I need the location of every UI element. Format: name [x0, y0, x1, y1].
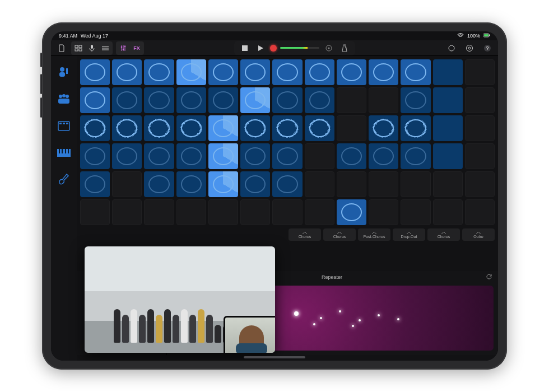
record-button[interactable]: [270, 45, 277, 52]
tracks-view-button[interactable]: [99, 43, 111, 54]
loop-cell[interactable]: [112, 87, 142, 113]
loop-cell[interactable]: [208, 143, 238, 169]
loop-cell[interactable]: [465, 171, 495, 197]
mixer-icon[interactable]: [117, 43, 129, 54]
vocal-track-icon[interactable]: [57, 66, 71, 78]
section-button[interactable]: Outro: [462, 228, 495, 241]
loop-cell[interactable]: [401, 199, 430, 225]
loop-browser-icon[interactable]: [445, 43, 458, 54]
loop-cell[interactable]: [80, 143, 110, 169]
loop-cell[interactable]: [433, 143, 463, 169]
loop-cell[interactable]: [80, 115, 110, 141]
document-icon[interactable]: [55, 43, 68, 54]
loop-cell[interactable]: [401, 143, 430, 169]
loop-cell[interactable]: [112, 115, 142, 141]
loop-cell[interactable]: [337, 87, 366, 113]
loop-cell[interactable]: [433, 171, 463, 197]
loop-cell[interactable]: [240, 171, 270, 197]
play-button[interactable]: [254, 43, 267, 54]
loop-cell[interactable]: [337, 115, 366, 141]
loop-cell[interactable]: [208, 59, 238, 85]
loop-cell[interactable]: [112, 59, 142, 85]
loop-cell[interactable]: [208, 87, 238, 113]
loop-cell[interactable]: [369, 171, 398, 197]
loop-cell[interactable]: [80, 59, 110, 85]
loop-cell[interactable]: [176, 143, 206, 169]
loop-cell[interactable]: [272, 199, 302, 225]
device-volume-up-button[interactable]: [40, 74, 42, 94]
loop-cell[interactable]: [176, 199, 206, 225]
loop-cell[interactable]: [305, 143, 334, 169]
section-button[interactable]: Chorus: [323, 228, 356, 241]
section-button[interactable]: Chorus: [427, 228, 460, 241]
metronome-icon[interactable]: [338, 43, 351, 54]
guitar-track-icon[interactable]: [57, 174, 71, 186]
picture-in-picture-window[interactable]: [85, 246, 275, 353]
device-power-button[interactable]: [40, 53, 42, 67]
loop-cell[interactable]: [240, 143, 270, 169]
loop-cell[interactable]: [208, 115, 238, 141]
loop-cell[interactable]: [272, 143, 302, 169]
drum-machine-track-icon[interactable]: [57, 120, 71, 132]
loop-cell[interactable]: [272, 59, 302, 85]
loop-cell[interactable]: [144, 171, 174, 197]
loop-cell[interactable]: [176, 87, 206, 113]
loop-cell[interactable]: [240, 115, 270, 141]
loop-cell[interactable]: [272, 171, 302, 197]
loop-cell[interactable]: [337, 199, 366, 225]
device-volume-down-button[interactable]: [40, 97, 42, 118]
loop-cell[interactable]: [272, 115, 302, 141]
loop-cell[interactable]: [80, 199, 110, 225]
loop-cell[interactable]: [240, 87, 270, 113]
loop-cell[interactable]: [337, 59, 366, 85]
help-icon[interactable]: ?: [481, 43, 494, 54]
loop-cell[interactable]: [369, 87, 398, 113]
loop-cell[interactable]: [305, 59, 334, 85]
loop-cell[interactable]: [176, 171, 206, 197]
loop-cell[interactable]: [465, 115, 495, 141]
microphone-icon[interactable]: [86, 43, 98, 54]
loop-cell[interactable]: [112, 143, 142, 169]
section-button[interactable]: Drop-Out: [393, 228, 425, 241]
loop-cell[interactable]: [433, 59, 463, 85]
master-volume-icon[interactable]: [323, 43, 335, 54]
loop-cell[interactable]: [337, 143, 366, 169]
loop-cell[interactable]: [176, 59, 206, 85]
loop-cell[interactable]: [401, 59, 430, 85]
loop-cell[interactable]: [176, 115, 206, 141]
loop-cell[interactable]: [433, 87, 463, 113]
loop-cell[interactable]: [305, 199, 334, 225]
grid-view-button[interactable]: [72, 43, 85, 54]
loop-cell[interactable]: [337, 171, 366, 197]
loop-cell[interactable]: [272, 87, 302, 113]
loop-cell[interactable]: [433, 199, 463, 225]
loop-cell[interactable]: [112, 199, 142, 225]
loop-cell[interactable]: [401, 171, 430, 197]
loop-cell[interactable]: [80, 87, 110, 113]
loop-cell[interactable]: [144, 87, 174, 113]
stop-button[interactable]: [239, 43, 251, 54]
loop-cell[interactable]: [240, 199, 270, 225]
loop-cell[interactable]: [401, 115, 430, 141]
settings-icon[interactable]: [463, 43, 476, 54]
loop-cell[interactable]: [208, 199, 238, 225]
home-indicator[interactable]: [244, 356, 305, 358]
loop-cell[interactable]: [465, 59, 495, 85]
loop-cell[interactable]: [465, 143, 495, 169]
loop-cell[interactable]: [144, 59, 174, 85]
loop-cell[interactable]: [465, 199, 495, 225]
loop-cell[interactable]: [369, 143, 398, 169]
choir-track-icon[interactable]: [57, 93, 71, 105]
loop-cell[interactable]: [305, 115, 334, 141]
loop-cell[interactable]: [80, 171, 110, 197]
loop-cell[interactable]: [144, 199, 174, 225]
loop-cell[interactable]: [401, 87, 430, 113]
loop-cell[interactable]: [305, 87, 334, 113]
section-button[interactable]: Chorus: [289, 228, 321, 241]
reset-icon[interactable]: [486, 273, 492, 281]
loop-cell[interactable]: [112, 171, 142, 197]
fx-button[interactable]: FX: [131, 43, 143, 54]
section-button[interactable]: Post-Chorus: [358, 228, 390, 241]
loop-cell[interactable]: [465, 87, 495, 113]
loop-cell[interactable]: [369, 115, 398, 141]
